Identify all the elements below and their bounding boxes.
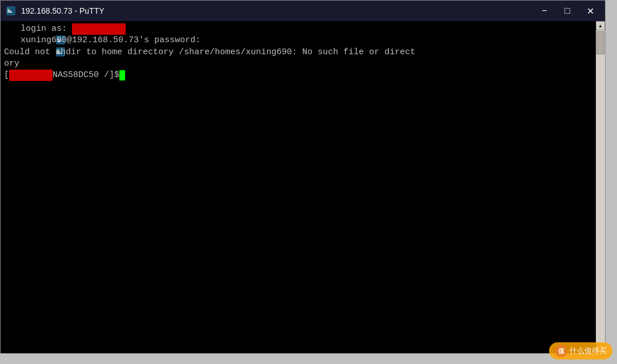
scrollbar-thumb[interactable] [596, 31, 604, 54]
terminal-line-1: login as: ██████████ [4, 23, 592, 35]
close-button[interactable]: ✕ [580, 3, 600, 19]
terminal-line-4: ory [4, 58, 592, 70]
prompt-redacted: ████████ [9, 70, 53, 81]
prompt-hostname: NAS58DC50 /]$ [53, 70, 119, 81]
scrollbar-track[interactable] [596, 30, 605, 344]
title-controls: − □ ✕ [534, 3, 600, 19]
putty-icon [5, 5, 17, 17]
login-redacted: ██████████ [72, 23, 126, 35]
password-line-text: xuning690@192.168.50.73's password: [15, 35, 201, 46]
restore-button[interactable]: □ [557, 3, 578, 19]
minimize-button[interactable]: − [534, 3, 555, 19]
watermark-badge: 值 什么值得买 [549, 342, 612, 359]
title-bar: 192.168.50.73 - PuTTY − □ ✕ [1, 1, 605, 21]
terminal[interactable]: login as: ██████████ xuning690@192.168.5… [1, 21, 596, 353]
scrollbar-up-arrow[interactable]: ▲ [596, 21, 605, 30]
prompt-bracket-open: [ [4, 70, 9, 81]
scrollbar: ▲ ▼ [596, 21, 605, 353]
terminal-cursor [119, 70, 125, 80]
svg-rect-1 [7, 10, 10, 11]
watermark-circle: 值 [555, 345, 567, 357]
svg-rect-3 [7, 8, 9, 9]
title-left: 192.168.50.73 - PuTTY [5, 5, 105, 17]
window-title: 192.168.50.73 - PuTTY [21, 6, 105, 15]
terminal-line-2: xuning690@192.168.50.73's password: [4, 35, 592, 46]
login-as-text: login as: [15, 23, 72, 35]
putty-small-icon-1 [4, 23, 14, 34]
putty-window: 192.168.50.73 - PuTTY − □ ✕ login as [0, 0, 606, 354]
terminal-line-5: [████████NAS58DC50 /]$ [4, 70, 592, 81]
putty-small-icon-2 [4, 35, 14, 45]
error-line-continuation: ory [4, 58, 19, 70]
svg-rect-2 [7, 11, 12, 13]
terminal-line-3: Could not chdir to home directory /share… [4, 47, 592, 58]
error-line-text: Could not chdir to home directory /share… [4, 47, 415, 58]
watermark-text: 什么值得买 [570, 346, 607, 356]
terminal-wrapper: login as: ██████████ xuning690@192.168.5… [1, 21, 605, 353]
